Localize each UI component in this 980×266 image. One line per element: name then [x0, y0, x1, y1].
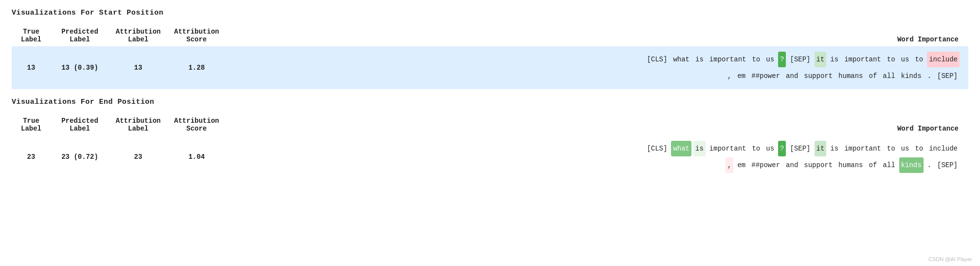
- token: kinds: [899, 157, 924, 173]
- token: humans: [836, 68, 865, 84]
- token: ,: [726, 157, 733, 173]
- token: em: [735, 157, 747, 173]
- table-start: TrueLabel PredictedLabel AttributionLabe…: [12, 24, 968, 89]
- token: [SEP]: [788, 141, 812, 156]
- header-word-importance-end: Word Importance: [226, 113, 968, 135]
- token: is: [693, 141, 706, 156]
- tokens-end: [CLS]whatisimportanttous?[SEP]itisimport…: [226, 135, 968, 178]
- token: what: [671, 52, 691, 67]
- token: all: [881, 157, 897, 173]
- table-end: TrueLabel PredictedLabel AttributionLabe…: [12, 113, 968, 178]
- token: to: [885, 141, 897, 156]
- token: of: [867, 157, 879, 173]
- header-predicted-label-end: PredictedLabel: [51, 113, 109, 135]
- token: what: [671, 141, 691, 156]
- tokens-start: [CLS]whatisimportanttous?[SEP]itisimport…: [226, 46, 968, 89]
- token: to: [750, 141, 762, 156]
- token: ,: [726, 68, 733, 84]
- header-attribution-label-start: AttributionLabel: [109, 24, 167, 46]
- token: us: [764, 52, 776, 67]
- attribution-score-start: 1.28: [167, 46, 226, 89]
- header-true-label-end: TrueLabel: [12, 113, 51, 135]
- token: all: [881, 68, 897, 84]
- token: of: [867, 68, 879, 84]
- token: is: [828, 141, 840, 156]
- token: ##power: [749, 68, 782, 84]
- token: support: [802, 157, 835, 173]
- token: it: [815, 52, 827, 67]
- token: to: [750, 52, 762, 67]
- token: support: [802, 68, 835, 84]
- token: ?: [778, 52, 786, 67]
- attribution-score-end: 1.04: [167, 135, 226, 178]
- table-row-end: 23 23 (0.72) 23 1.04 [CLS]whatisimportan…: [12, 135, 968, 178]
- token: kinds: [899, 68, 924, 84]
- token: important: [708, 141, 748, 156]
- token: important: [708, 52, 748, 67]
- token: us: [899, 141, 911, 156]
- section-start-title: Visualizations For Start Position: [12, 9, 968, 17]
- token: is: [828, 52, 840, 67]
- attribution-label-start: 13: [109, 46, 167, 89]
- token: include: [927, 141, 960, 156]
- section-start: Visualizations For Start Position TrueLa…: [12, 9, 968, 89]
- section-end: Visualizations For End Position TrueLabe…: [12, 98, 968, 178]
- token: to: [913, 141, 925, 156]
- section-end-title: Visualizations For End Position: [12, 98, 968, 106]
- predicted-label-end: 23 (0.72): [51, 135, 109, 178]
- token: include: [927, 52, 960, 67]
- token: [CLS]: [645, 141, 669, 156]
- token: [SEP]: [935, 157, 960, 173]
- token: ##power: [749, 157, 782, 173]
- header-attribution-score-end: AttributionScore: [167, 113, 226, 135]
- header-predicted-label-start: PredictedLabel: [51, 24, 109, 46]
- token: important: [842, 52, 883, 67]
- token: and: [784, 68, 800, 84]
- header-attribution-label-end: AttributionLabel: [109, 113, 167, 135]
- token: [SEP]: [935, 68, 960, 84]
- predicted-label-start: 13 (0.39): [51, 46, 109, 89]
- token: is: [693, 52, 706, 67]
- header-true-label-start: TrueLabel: [12, 24, 51, 46]
- header-attribution-score-start: AttributionScore: [167, 24, 226, 46]
- token: to: [913, 52, 925, 67]
- true-label-end: 23: [12, 135, 51, 178]
- true-label-start: 13: [12, 46, 51, 89]
- token: .: [926, 68, 933, 84]
- token: ?: [778, 141, 786, 156]
- watermark: CSDN @AI Player: [928, 256, 972, 262]
- token: important: [842, 141, 883, 156]
- attribution-label-end: 23: [109, 135, 167, 178]
- token: it: [815, 141, 827, 156]
- token: .: [926, 157, 933, 173]
- token: [CLS]: [645, 52, 669, 67]
- header-word-importance-start: Word Importance: [226, 24, 968, 46]
- token: [SEP]: [788, 52, 812, 67]
- token: and: [784, 157, 800, 173]
- token: us: [764, 141, 776, 156]
- token: to: [885, 52, 897, 67]
- token: em: [735, 68, 747, 84]
- token: humans: [836, 157, 865, 173]
- table-row-start: 13 13 (0.39) 13 1.28 [CLS]whatisimportan…: [12, 46, 968, 89]
- token: us: [899, 52, 911, 67]
